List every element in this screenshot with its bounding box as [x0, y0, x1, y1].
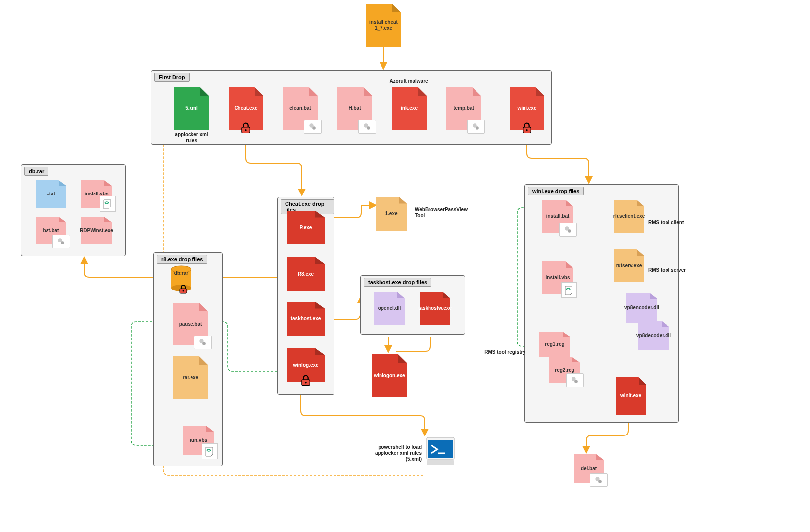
file-label: install cheat 1_7.exe	[368, 19, 399, 31]
lock-icon	[239, 121, 253, 135]
file-label: 5.xml	[185, 105, 198, 111]
file-label: taskhostw.exe	[418, 305, 452, 311]
label-rms-server: RMS tool server	[648, 267, 693, 273]
powershell-icon	[425, 435, 456, 467]
svg-rect-23	[428, 440, 453, 458]
svg-point-1	[245, 129, 247, 131]
file-rfusclient: rfusclient.exe	[614, 200, 644, 233]
svg-point-7	[476, 126, 479, 130]
svg-point-30	[598, 480, 602, 483]
file-winit-exe: winit.exe	[616, 377, 646, 415]
gear-icon	[52, 235, 70, 248]
file-label: reg1.reg	[545, 341, 564, 347]
file-rdpwinst: RDPWinst.exe	[81, 217, 112, 244]
file-label: rutserv.exe	[616, 263, 642, 269]
file-label: 1.exe	[385, 211, 397, 217]
container-title: taskhost.exe drop files	[364, 278, 431, 287]
label-rms-client: RMS tool client	[648, 220, 688, 226]
file-label: install.vbs	[546, 275, 570, 281]
file-del-bat: del.bat	[574, 454, 604, 483]
script-icon	[202, 443, 218, 459]
file-ink-exe: ink.exe	[392, 87, 427, 130]
label-applocker: applocker xml rules	[172, 132, 211, 144]
file-label: vp8encoder.dll	[624, 305, 659, 311]
file-label: bat.bat	[43, 228, 59, 234]
svg-rect-24	[427, 460, 454, 465]
gear-icon	[559, 223, 577, 237]
label-webbrowserpassview: WebBrowserPassView Tool	[415, 207, 474, 219]
file-label: P.exe	[300, 225, 312, 231]
file-label: rfusclient.exe	[613, 213, 645, 219]
svg-point-26	[568, 229, 571, 233]
file-label: ..txt	[47, 191, 55, 197]
label-rms-registry: RMS tool registry	[481, 349, 525, 355]
file-winlog-exe: winlog.exe	[287, 348, 325, 382]
file-r8-exe: R8.exe	[287, 257, 325, 291]
file-label: winit.exe	[620, 393, 641, 399]
container-title: db.rar	[24, 167, 48, 176]
file-label: winlogon.exe	[374, 373, 405, 379]
lock-icon	[177, 283, 189, 297]
file-label: run.vbs	[190, 437, 207, 443]
label-powershell: powershell to load applocker xml rules (…	[369, 444, 422, 462]
file-taskhostw-exe: taskhostw.exe	[420, 292, 450, 325]
file-label: reg2.reg	[555, 367, 574, 373]
file-install-vbs2: install.vbs	[542, 261, 573, 294]
file-vp8encoder: vp8encoder.dll	[626, 293, 657, 323]
label-azorult: Azorult malware	[389, 78, 429, 84]
file-opencl-dll: opencl.dll	[374, 292, 405, 325]
svg-point-28	[574, 380, 578, 383]
file-rar-exe: rar.exe	[173, 356, 208, 399]
script-icon	[100, 196, 116, 212]
svg-point-19	[202, 342, 206, 345]
file-pause-bat: pause.bat	[173, 303, 208, 345]
file-cheat-exe: Cheat.exe	[229, 87, 263, 130]
file-reg1: reg1.reg	[539, 332, 570, 357]
file-vp8decoder: vp8decoder.dll	[638, 321, 669, 350]
file-temp-bat: temp.bat	[446, 87, 481, 130]
file-run-vbs: run.vbs	[183, 426, 214, 455]
file-label: opencl.dll	[378, 305, 401, 311]
file-reg2: reg2.reg	[549, 357, 580, 383]
gear-icon	[304, 120, 322, 134]
file-txt: ..txt	[36, 180, 66, 208]
file-label: vp8decoder.dll	[636, 333, 671, 339]
file-taskhost-exe: taskhost.exe	[287, 302, 325, 336]
file-label: ink.exe	[401, 105, 418, 111]
svg-point-11	[61, 241, 64, 244]
file-rutserv: rutserv.exe	[614, 249, 644, 282]
file-install-bat: install.bat	[542, 200, 573, 233]
file-label: install.bat	[546, 213, 570, 219]
lock-icon	[520, 121, 534, 135]
container-title: wini.exe drop files	[528, 187, 584, 195]
gear-icon	[467, 120, 485, 134]
file-h-bat: H.bat	[337, 87, 372, 130]
gear-icon	[358, 120, 376, 134]
file-clean-bat: clean.bat	[283, 87, 318, 130]
file-label: temp.bat	[453, 105, 474, 111]
file-wini-exe: wini.exe	[510, 87, 544, 130]
file-label: Cheat.exe	[234, 105, 257, 111]
lock-icon	[299, 373, 313, 387]
container-title: First Drop	[154, 73, 190, 82]
file-label: taskhost.exe	[291, 316, 321, 322]
svg-point-21	[305, 382, 307, 384]
file-label: db.rar	[165, 270, 197, 276]
file-label: R8.exe	[298, 271, 314, 277]
file-label: RDPWinst.exe	[80, 228, 113, 234]
file-label: winlog.exe	[293, 362, 318, 368]
file-1-exe: 1.exe	[376, 197, 407, 231]
file-p-exe: P.exe	[287, 211, 325, 244]
script-icon	[561, 282, 577, 298]
file-label: wini.exe	[518, 105, 537, 111]
svg-point-9	[526, 129, 528, 131]
file-label: clean.bat	[289, 105, 311, 111]
file-label: pause.bat	[179, 321, 202, 327]
svg-point-17	[183, 290, 184, 292]
gear-icon	[566, 373, 584, 387]
file-bat-bat: bat.bat	[36, 217, 66, 244]
file-label: H.bat	[349, 105, 361, 111]
svg-point-3	[312, 126, 316, 130]
gear-icon	[590, 473, 608, 487]
container-title: r8.exe drop files	[157, 255, 207, 264]
